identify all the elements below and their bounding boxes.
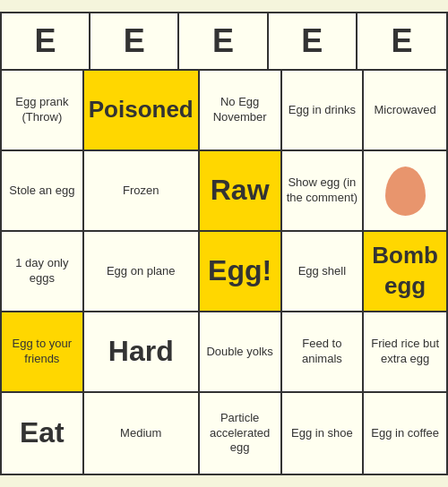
cell-text: Hard	[108, 333, 174, 371]
cell-1-1: Egg prank (Throw)	[2, 71, 84, 151]
cell-4-4: Feed to animals	[282, 312, 365, 393]
cell-text: Egg!	[208, 252, 271, 290]
cell-4-1: Egg to your friends	[2, 312, 84, 393]
header-letter-5: E	[358, 13, 446, 69]
cell-2-1: Stole an egg	[2, 151, 84, 232]
cell-5-2: Medium	[84, 393, 200, 474]
cell-3-4: Egg shell	[282, 232, 365, 312]
cell-1-2: Poisoned	[84, 71, 200, 151]
cell-text: Egg to your friends	[6, 337, 78, 367]
header-letter-2: E	[90, 13, 179, 69]
cell-text: Egg in coffee	[371, 426, 439, 441]
cell-text: Frozen	[123, 184, 159, 199]
cell-4-2: Hard	[84, 312, 200, 393]
cell-text: Eat	[20, 414, 65, 452]
cell-1-3: No Egg November	[200, 71, 282, 151]
cell-2-3: Raw	[200, 151, 282, 232]
cell-1-5: Microwaved	[364, 71, 446, 151]
cell-2-4: Show egg (in the comment)	[282, 151, 365, 232]
cell-5-3: Particle accelerated egg	[200, 393, 282, 474]
bingo-card: E E E E E Egg prank (Throw) Poisoned No …	[0, 12, 448, 475]
cell-1-4: Egg in drinks	[282, 71, 365, 151]
cell-3-1: 1 day only eggs	[2, 232, 84, 312]
cell-5-1: Eat	[2, 393, 84, 474]
cell-text: Particle accelerated egg	[204, 411, 276, 457]
cell-text: Bomb egg	[368, 241, 442, 302]
cell-text: Microwaved	[374, 103, 435, 118]
cell-text: Medium	[120, 426, 161, 441]
cell-text: Egg shell	[298, 264, 346, 279]
cell-text: Double yolks	[206, 345, 272, 360]
cell-3-2: Egg on plane	[84, 232, 200, 312]
cell-3-5: Bomb egg	[364, 232, 446, 312]
cell-5-5: Egg in coffee	[364, 393, 446, 474]
cell-text: Raw	[211, 172, 270, 209]
cell-4-5: Fried rice but extra egg	[364, 312, 446, 393]
bingo-grid: Egg prank (Throw) Poisoned No Egg Novemb…	[2, 71, 446, 474]
cell-text: Show egg (in the comment)	[287, 175, 358, 206]
cell-text: Egg prank (Throw)	[6, 95, 78, 125]
header-letter-4: E	[269, 13, 358, 69]
header-letter-3: E	[179, 13, 268, 69]
header-letter-1: E	[2, 13, 90, 69]
cell-text: Poisoned	[89, 95, 194, 125]
cell-4-3: Double yolks	[200, 312, 282, 393]
cell-text: No Egg November	[204, 95, 276, 125]
cell-text: 1 day only eggs	[6, 256, 78, 286]
cell-2-2: Frozen	[84, 151, 200, 232]
bingo-header: E E E E E	[2, 13, 446, 71]
cell-text: Stole an egg	[9, 184, 74, 199]
cell-2-5	[364, 151, 446, 232]
cell-text: Egg in drinks	[289, 103, 356, 118]
cell-text: Fried rice but extra egg	[368, 337, 442, 367]
cell-text: Egg in shoe	[291, 426, 353, 441]
cell-5-4: Egg in shoe	[282, 393, 365, 474]
cell-3-3: Egg!	[200, 232, 282, 312]
cell-text: Egg on plane	[107, 264, 176, 279]
cell-text: Feed to animals	[287, 337, 358, 367]
egg-icon	[385, 167, 426, 216]
